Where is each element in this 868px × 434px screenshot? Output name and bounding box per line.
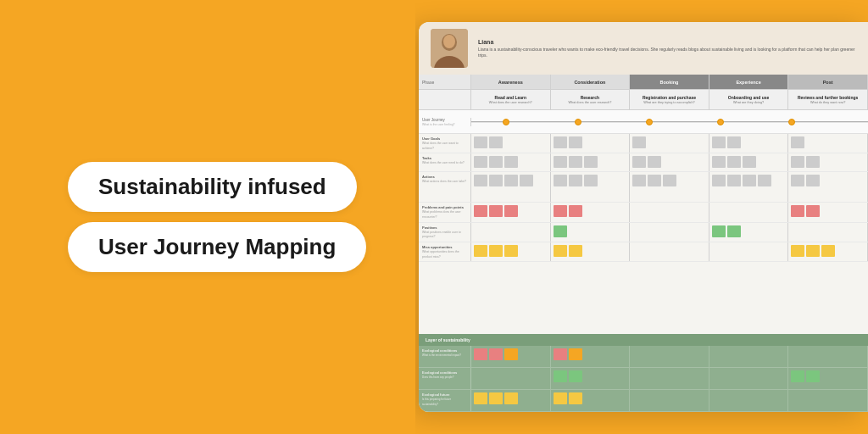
note <box>554 225 567 237</box>
path-dot-4 <box>717 119 724 125</box>
missed-opps-cells <box>471 242 868 261</box>
note <box>474 175 487 186</box>
pain-points-row: Problems and pain pointsWhat problems do… <box>419 203 868 222</box>
subphase-header: Read and Learn What does the user resear… <box>419 90 868 110</box>
user-goals-label: User GoalsWhat does the user want to ach… <box>419 134 471 153</box>
journey-table: Phase Awareness Consideration Booking Ex… <box>419 75 868 412</box>
sust-cells-2 <box>471 368 868 389</box>
note <box>489 175 503 186</box>
note <box>504 175 518 186</box>
phase-booking: Booking <box>630 75 709 89</box>
sust-row-ecological-2: Ecological conditionsDoes this harm any … <box>419 368 868 390</box>
cell-t-1 <box>471 153 551 171</box>
journey-path-row: User JourneyWhat is the user feeling? <box>419 110 868 134</box>
cell-ug-5 <box>788 134 868 153</box>
cell-mo-3 <box>630 242 709 261</box>
cell-t-5 <box>788 153 868 171</box>
note <box>504 392 518 404</box>
pain-points-cells <box>471 203 868 221</box>
missed-opps-label: Miss opportunitiesWhat opportunities doe… <box>419 242 471 261</box>
note <box>791 205 804 217</box>
note <box>504 348 518 360</box>
note <box>584 175 598 186</box>
note <box>554 156 567 168</box>
note <box>474 392 487 404</box>
sust-cell-1-5 <box>788 346 868 367</box>
cell-pp-5 <box>788 203 868 221</box>
positives-row: PositivesWhat positives enable user to p… <box>419 223 868 242</box>
note <box>806 156 820 168</box>
note <box>474 245 487 257</box>
journey-path-label: User JourneyWhat is the user feeling? <box>419 118 471 126</box>
tasks-cells <box>471 153 868 171</box>
cell-pos-5 <box>788 223 868 242</box>
note <box>727 225 741 237</box>
persona-info: Liana Liana is a sustainability-consciou… <box>478 39 856 58</box>
cell-pos-4 <box>709 223 789 242</box>
document-preview: Liana Liana is a sustainability-consciou… <box>419 22 868 412</box>
data-section: User GoalsWhat does the user want to ach… <box>419 134 868 334</box>
cell-pos-1 <box>471 223 551 242</box>
cell-mo-5 <box>788 242 868 261</box>
sust-cell-2-2 <box>551 368 631 389</box>
right-panel: Liana Liana is a sustainability-consciou… <box>415 0 868 434</box>
note <box>489 136 503 148</box>
sustainability-header: Layer of sustainability <box>419 334 868 346</box>
note <box>648 156 661 168</box>
note <box>791 245 804 257</box>
note <box>554 370 567 382</box>
sust-cells-3 <box>471 390 868 411</box>
note <box>727 156 741 168</box>
sust-cell-3-5 <box>788 390 868 411</box>
subphase-research: Research What does the user research? <box>551 90 631 109</box>
user-goals-cells <box>471 134 868 153</box>
note <box>569 205 582 217</box>
phase-post: Post <box>788 75 868 89</box>
note <box>806 370 820 382</box>
persona-header: Liana Liana is a sustainability-consciou… <box>419 22 868 75</box>
note <box>554 245 567 257</box>
note <box>489 245 503 257</box>
phase-header-row: Phase Awareness Consideration Booking Ex… <box>419 75 868 90</box>
title-pill-2: User Journey Mapping <box>68 222 366 272</box>
phase-experience: Experience <box>709 75 789 89</box>
cell-ug-3 <box>630 134 709 153</box>
note <box>727 136 741 148</box>
note <box>806 175 820 186</box>
sust-row-ecological-3: Ecological futureIs this preparing for f… <box>419 390 868 412</box>
cell-a-5 <box>788 172 868 202</box>
path-line <box>471 121 868 123</box>
note <box>489 348 503 360</box>
cell-a-4 <box>709 172 789 202</box>
phase-consideration: Consideration <box>551 75 631 89</box>
path-dot-3 <box>646 119 653 125</box>
svg-point-3 <box>443 35 455 48</box>
persona-name: Liana <box>478 39 856 45</box>
note <box>554 392 567 404</box>
subphase-registration: Registration and purchase What are they … <box>630 90 709 109</box>
note <box>569 245 582 257</box>
note <box>474 156 487 168</box>
cell-pp-4 <box>709 203 789 221</box>
note <box>663 175 676 186</box>
cell-mo-1 <box>471 242 551 261</box>
note <box>758 175 771 186</box>
cell-pp-3 <box>630 203 709 221</box>
phase-col-label: Phase <box>419 75 471 89</box>
note <box>569 136 582 148</box>
sust-cell-1-3 <box>630 346 709 367</box>
cell-t-2 <box>551 153 631 171</box>
cell-ug-4 <box>709 134 789 153</box>
subphase-onboarding: Onboarding and use What are they doing? <box>709 90 789 109</box>
note <box>569 370 582 382</box>
note <box>743 175 756 186</box>
missed-opps-row: Miss opportunitiesWhat opportunities doe… <box>419 242 868 262</box>
note <box>569 175 582 186</box>
sust-cell-3-3 <box>630 390 709 411</box>
note <box>632 175 646 186</box>
note <box>504 245 518 257</box>
note <box>791 175 804 186</box>
sust-cell-2-4 <box>709 368 789 389</box>
sust-cell-1-1 <box>471 346 551 367</box>
cell-mo-4 <box>709 242 789 261</box>
